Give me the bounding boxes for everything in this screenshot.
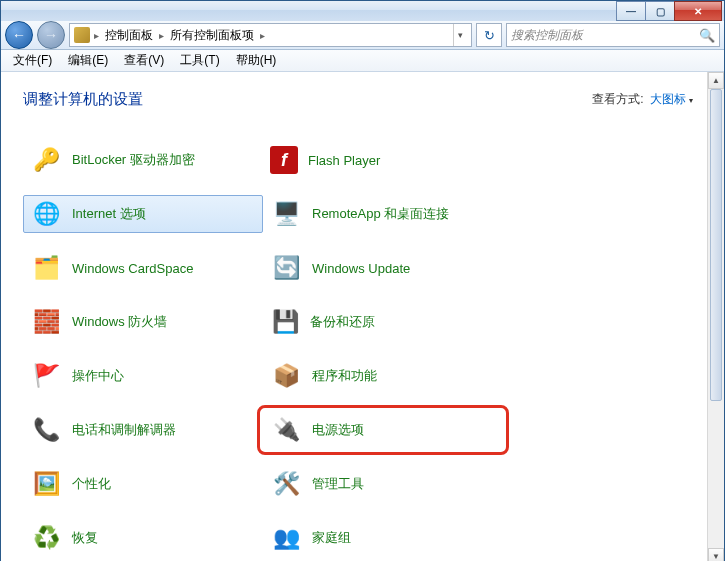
cp-item-icon: ♻️: [30, 522, 62, 554]
cp-item-label: 电源选项: [312, 421, 364, 439]
cp-item[interactable]: 🔌电源选项: [263, 411, 503, 449]
breadcrumb-separator: ▸: [157, 30, 166, 41]
scroll-down-button[interactable]: ▼: [708, 548, 724, 561]
address-bar[interactable]: ▸ 控制面板 ▸ 所有控制面板项 ▸ ▾: [69, 23, 472, 47]
page-title: 调整计算机的设置: [23, 90, 143, 109]
cp-item-label: 程序和功能: [312, 367, 377, 385]
search-box[interactable]: 🔍: [506, 23, 720, 47]
cp-item[interactable]: 🧱Windows 防火墙: [23, 303, 263, 341]
chevron-down-icon: ▾: [689, 96, 693, 105]
scroll-up-button[interactable]: ▲: [708, 72, 724, 89]
cp-item-icon: 🖥️: [270, 198, 302, 230]
main-panel: 调整计算机的设置 查看方式: 大图标 ▾ 🔑BitLocker 驱动器加密fFl…: [1, 72, 707, 561]
address-dropdown[interactable]: ▾: [453, 24, 467, 46]
cp-item-icon: 🛠️: [270, 468, 302, 500]
cp-item-label: 恢复: [72, 529, 98, 547]
cp-item-label: Flash Player: [308, 153, 380, 168]
content-area: 调整计算机的设置 查看方式: 大图标 ▾ 🔑BitLocker 驱动器加密fFl…: [1, 72, 724, 561]
breadcrumb-separator: ▸: [92, 30, 101, 41]
header-row: 调整计算机的设置 查看方式: 大图标 ▾: [23, 90, 693, 109]
cp-item-label: RemoteApp 和桌面连接: [312, 205, 449, 223]
window-controls: — ▢ ✕: [617, 1, 722, 21]
cp-item[interactable]: 🔑BitLocker 驱动器加密: [23, 141, 263, 179]
cp-item-icon: 🗂️: [30, 252, 62, 284]
menu-help[interactable]: 帮助(H): [228, 50, 285, 71]
cp-item[interactable]: 🗂️Windows CardSpace: [23, 249, 263, 287]
cp-item-icon: 🚩: [30, 360, 62, 392]
breadcrumb-item[interactable]: 所有控制面板项: [168, 27, 256, 44]
cp-item-icon: 💾: [270, 307, 300, 337]
menu-view[interactable]: 查看(V): [116, 50, 172, 71]
cp-item-icon: 📞: [30, 414, 62, 446]
close-button[interactable]: ✕: [674, 1, 722, 21]
vertical-scrollbar[interactable]: ▲ ▼: [707, 72, 724, 561]
minimize-button[interactable]: —: [616, 1, 646, 21]
breadcrumb-separator: ▸: [258, 30, 267, 41]
cp-item-icon: 📦: [270, 360, 302, 392]
search-input[interactable]: [511, 28, 699, 42]
breadcrumb-item[interactable]: 控制面板: [103, 27, 155, 44]
cp-item-label: 操作中心: [72, 367, 124, 385]
cp-item-icon: 🖼️: [30, 468, 62, 500]
menu-bar: 文件(F) 编辑(E) 查看(V) 工具(T) 帮助(H): [1, 50, 724, 72]
cp-item-label: Windows Update: [312, 261, 410, 276]
cp-item-icon: 🌐: [30, 198, 62, 230]
cp-item-icon: 🔌: [270, 414, 302, 446]
back-button[interactable]: ←: [5, 21, 33, 49]
cp-item[interactable]: 📞电话和调制解调器: [23, 411, 263, 449]
cp-item-label: 家庭组: [312, 529, 351, 547]
cp-item-icon: 👥: [270, 522, 302, 554]
cp-item-label: Windows 防火墙: [72, 313, 167, 331]
refresh-button[interactable]: ↻: [476, 23, 502, 47]
scroll-track[interactable]: [708, 89, 724, 548]
cp-item-label: 备份和还原: [310, 313, 375, 331]
cp-item[interactable]: 🚩操作中心: [23, 357, 263, 395]
cp-item[interactable]: fFlash Player: [263, 141, 503, 179]
items-grid: 🔑BitLocker 驱动器加密fFlash Player🌐Internet 选…: [23, 141, 693, 557]
title-bar: — ▢ ✕: [1, 1, 724, 21]
cp-item[interactable]: 📦程序和功能: [263, 357, 503, 395]
scroll-thumb[interactable]: [710, 89, 722, 401]
cp-item[interactable]: 🛠️管理工具: [263, 465, 503, 503]
cp-item-label: 电话和调制解调器: [72, 421, 176, 439]
cp-item-icon: 🔄: [270, 252, 302, 284]
cp-item[interactable]: 🔄Windows Update: [263, 249, 503, 287]
view-mode: 查看方式: 大图标 ▾: [592, 91, 693, 108]
view-mode-dropdown[interactable]: 大图标 ▾: [650, 91, 693, 108]
cp-item-icon: 🧱: [30, 306, 62, 338]
menu-tools[interactable]: 工具(T): [172, 50, 227, 71]
cp-item[interactable]: 👥家庭组: [263, 519, 503, 557]
nav-bar: ← → ▸ 控制面板 ▸ 所有控制面板项 ▸ ▾ ↻ 🔍: [1, 21, 724, 50]
search-icon: 🔍: [699, 28, 715, 43]
cp-item[interactable]: ♻️恢复: [23, 519, 263, 557]
maximize-button[interactable]: ▢: [645, 1, 675, 21]
control-panel-icon: [74, 27, 90, 43]
cp-item[interactable]: 💾备份和还原: [263, 303, 503, 341]
view-mode-label: 查看方式:: [592, 91, 643, 108]
view-mode-value: 大图标: [650, 92, 686, 106]
cp-item-label: 个性化: [72, 475, 111, 493]
control-panel-window: — ▢ ✕ ← → ▸ 控制面板 ▸ 所有控制面板项 ▸ ▾ ↻ 🔍 文件(F)…: [0, 0, 725, 561]
cp-item[interactable]: 🖼️个性化: [23, 465, 263, 503]
cp-item-label: Windows CardSpace: [72, 261, 193, 276]
cp-item-label: Internet 选项: [72, 205, 146, 223]
menu-edit[interactable]: 编辑(E): [60, 50, 116, 71]
cp-item-label: 管理工具: [312, 475, 364, 493]
cp-item[interactable]: 🌐Internet 选项: [23, 195, 263, 233]
cp-item-icon: f: [270, 146, 298, 174]
cp-item-label: BitLocker 驱动器加密: [72, 151, 195, 169]
cp-item-icon: 🔑: [30, 144, 62, 176]
forward-button[interactable]: →: [37, 21, 65, 49]
cp-item[interactable]: 🖥️RemoteApp 和桌面连接: [263, 195, 503, 233]
menu-file[interactable]: 文件(F): [5, 50, 60, 71]
